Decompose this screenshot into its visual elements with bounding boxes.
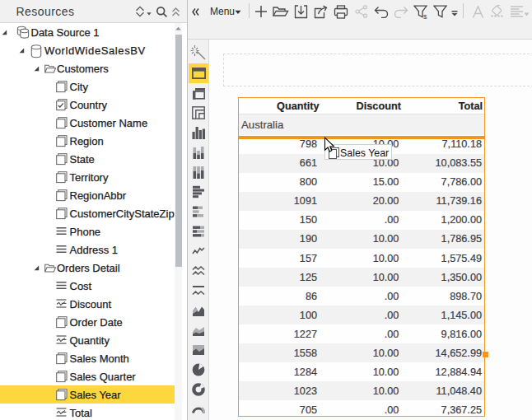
svg-text:$: $ — [423, 12, 427, 19]
